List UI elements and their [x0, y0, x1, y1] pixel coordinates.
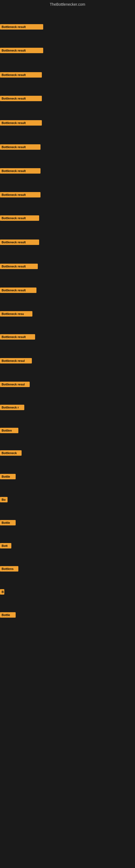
bottleneck-item-25[interactable]: B	[0, 589, 4, 595]
bottleneck-badge-8[interactable]: Bottleneck result	[0, 192, 41, 197]
bottleneck-badge-16[interactable]: Bottleneck resul	[0, 382, 30, 387]
bottleneck-badge-9[interactable]: Bottleneck result	[0, 215, 39, 221]
bottleneck-item-6[interactable]: Bottleneck result	[0, 144, 41, 150]
bottleneck-badge-25[interactable]: B	[0, 589, 4, 595]
bottleneck-item-15[interactable]: Bottleneck resul	[0, 358, 32, 364]
bottleneck-item-1[interactable]: Bottleneck result	[0, 24, 43, 30]
bottleneck-item-19[interactable]: Bottleneck	[0, 450, 21, 456]
bottleneck-item-26[interactable]: Bottle	[0, 612, 16, 618]
bottleneck-badge-1[interactable]: Bottleneck result	[0, 24, 43, 30]
bottleneck-badge-24[interactable]: Bottlens	[0, 566, 18, 571]
bottleneck-badge-13[interactable]: Bottleneck resu	[0, 311, 32, 316]
bottleneck-badge-4[interactable]: Bottleneck result	[0, 96, 42, 101]
bottleneck-item-2[interactable]: Bottleneck result	[0, 48, 43, 53]
bottleneck-item-3[interactable]: Bottleneck result	[0, 72, 42, 78]
bottleneck-item-20[interactable]: Bottle	[0, 474, 16, 479]
bottleneck-item-14[interactable]: Bottleneck result	[0, 334, 35, 340]
bottleneck-badge-20[interactable]: Bottle	[0, 474, 16, 479]
bottleneck-item-7[interactable]: Bottleneck result	[0, 168, 41, 174]
bottleneck-item-18[interactable]: Bottlen	[0, 428, 18, 433]
bottleneck-badge-2[interactable]: Bottleneck result	[0, 48, 43, 53]
bottleneck-item-8[interactable]: Bottleneck result	[0, 192, 41, 197]
bottleneck-item-23[interactable]: Bott	[0, 543, 11, 549]
bottleneck-badge-10[interactable]: Bottleneck result	[0, 240, 39, 245]
bottleneck-badge-22[interactable]: Bottle	[0, 520, 16, 525]
bottleneck-badge-6[interactable]: Bottleneck result	[0, 144, 41, 150]
bottleneck-item-4[interactable]: Bottleneck result	[0, 96, 42, 101]
bottleneck-badge-23[interactable]: Bott	[0, 543, 11, 549]
bottleneck-badge-15[interactable]: Bottleneck resul	[0, 358, 32, 364]
bottleneck-badge-7[interactable]: Bottleneck result	[0, 168, 41, 174]
bottleneck-badge-3[interactable]: Bottleneck result	[0, 72, 42, 78]
bottleneck-badge-18[interactable]: Bottlen	[0, 428, 18, 433]
bottleneck-badge-21[interactable]: Bo	[0, 497, 8, 502]
bottleneck-item-24[interactable]: Bottlens	[0, 566, 18, 571]
bottleneck-item-21[interactable]: Bo	[0, 497, 8, 502]
bottleneck-badge-19[interactable]: Bottleneck	[0, 450, 21, 456]
bottleneck-badge-5[interactable]: Bottleneck result	[0, 120, 42, 126]
bottleneck-badge-14[interactable]: Bottleneck result	[0, 334, 35, 340]
bottleneck-badge-12[interactable]: Bottleneck result	[0, 287, 37, 293]
bottleneck-item-11[interactable]: Bottleneck result	[0, 264, 38, 269]
bottleneck-badge-17[interactable]: Bottleneck r	[0, 405, 24, 410]
bottleneck-item-9[interactable]: Bottleneck result	[0, 215, 39, 221]
bottleneck-item-16[interactable]: Bottleneck resul	[0, 382, 30, 387]
bottleneck-item-10[interactable]: Bottleneck result	[0, 240, 39, 245]
bottleneck-item-12[interactable]: Bottleneck result	[0, 287, 37, 293]
bottleneck-item-22[interactable]: Bottle	[0, 520, 16, 525]
bottleneck-item-13[interactable]: Bottleneck resu	[0, 311, 32, 316]
bottleneck-badge-26[interactable]: Bottle	[0, 612, 16, 618]
bottleneck-badge-11[interactable]: Bottleneck result	[0, 264, 38, 269]
bottleneck-item-5[interactable]: Bottleneck result	[0, 120, 42, 126]
site-title: TheBottlenecker.com	[0, 0, 135, 9]
bottleneck-item-17[interactable]: Bottleneck r	[0, 405, 24, 410]
